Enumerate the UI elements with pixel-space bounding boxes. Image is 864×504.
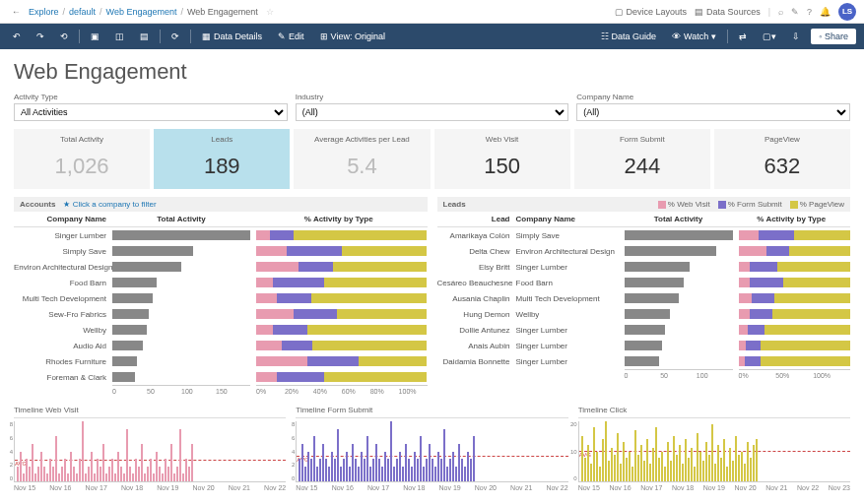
filter-company[interactable]: (All) [576, 103, 850, 121]
layers-icon[interactable]: ▤ [135, 29, 154, 44]
breadcrumb-web-engagement[interactable]: Web Engagement [106, 7, 177, 17]
pause-icon[interactable]: ◫ [110, 29, 129, 44]
table-row[interactable]: Environ Architectural Design [14, 259, 428, 275]
data-guide-button[interactable]: ☷ Data Guide [596, 29, 662, 44]
back-icon[interactable]: ← [8, 5, 25, 19]
view-original-button[interactable]: ⊞ View: Original [315, 29, 390, 44]
toolbar: ↶ ↷ ⟲ ▣ ◫ ▤ ⟳ ▦ Data Details ✎ Edit ⊞ Vi… [0, 24, 864, 49]
breadcrumb-default[interactable]: default [69, 7, 96, 17]
kpi-leads[interactable]: Leads189 [154, 129, 290, 189]
filter-activity-type-label: Activity Type [14, 93, 288, 101]
leads-section: Leads % Web Visit % Form Submit % PageVi… [437, 197, 851, 395]
save-icon[interactable]: ▣ [86, 29, 104, 44]
table-row[interactable]: Elsy BrittSinger Lumber [437, 259, 851, 275]
breadcrumb-current: Web Engagement [187, 7, 258, 17]
help-icon[interactable]: ? [807, 7, 812, 17]
kpi-average-activities-per-lead[interactable]: Average Activities per Lead5.4 [294, 129, 430, 189]
filter-industry[interactable]: (All) [296, 103, 569, 121]
accounts-title: Accounts [20, 200, 55, 209]
search-icon[interactable]: ⌕ [778, 7, 783, 17]
table-row[interactable]: Hung DemonWellby [437, 306, 851, 322]
accounts-hint[interactable]: ★ Click a company to filter [63, 200, 156, 209]
table-row[interactable]: Singer Lumber [14, 227, 428, 243]
timeline-click: Timeline Click 20100AVG Nov 15Nov 16Nov … [578, 403, 850, 491]
kpi-pageview[interactable]: PageView632 [714, 129, 850, 189]
table-row[interactable]: Multi Tech Development [14, 290, 428, 306]
present-icon[interactable]: ▢▾ [758, 29, 781, 44]
watch-button[interactable]: 👁 Watch ▾ [667, 29, 721, 44]
kpi-total-activity[interactable]: Total Activity1,026 [14, 129, 150, 189]
filter-company-label: Company Name [576, 93, 850, 101]
table-row[interactable]: Audio Aid [14, 338, 428, 353]
top-bar: ← Explore/ default/ Web Engagement/ Web … [0, 0, 864, 24]
table-row[interactable]: Ausania ChaplinMulti Tech Development [437, 290, 851, 306]
legend: % Web Visit % Form Submit % PageView [658, 200, 844, 209]
data-details-button[interactable]: ▦ Data Details [197, 29, 267, 44]
revert-icon[interactable]: ⟲ [55, 29, 73, 44]
table-row[interactable]: Daidamia BonnetteSinger Lumber [437, 353, 851, 369]
edit-icon[interactable]: ✎ [791, 7, 799, 17]
timeline-web-visit: Timeline Web Visit 86420AVG Nov 15Nov 16… [14, 403, 286, 491]
data-sources-button[interactable]: ▤ Data Sources [695, 7, 761, 17]
table-row[interactable]: Sew-Fro Fabrics [14, 306, 428, 322]
table-row[interactable]: Wellby [14, 322, 428, 338]
table-row[interactable]: Delta ChewEnviron Architectural Design [437, 243, 851, 259]
accounts-section: Accounts ★ Click a company to filter Com… [14, 197, 428, 395]
table-row[interactable]: Simply Save [14, 243, 428, 259]
bell-icon[interactable]: 🔔 [820, 7, 831, 17]
table-row[interactable]: Dollie AntunezSinger Lumber [437, 322, 851, 338]
table-row[interactable]: Rhodes Furniture [14, 353, 428, 369]
edit-button[interactable]: ✎ Edit [273, 29, 309, 44]
timeline-form-submit: Timeline Form Submit 86420AVG Nov 15Nov … [296, 403, 567, 491]
refresh-icon[interactable]: ⟳ [166, 29, 184, 44]
table-row[interactable]: Amarikaya ColónSimply Save [437, 227, 851, 243]
table-row[interactable]: Cesáreo BeauchesneFood Barn [437, 275, 851, 290]
page-title: Web Engagement [14, 59, 850, 85]
table-row[interactable]: Foreman & Clark [14, 369, 428, 385]
leads-title: Leads [443, 200, 466, 209]
undo-icon[interactable]: ↶ [8, 29, 26, 44]
filter-industry-label: Industry [296, 93, 569, 101]
star-icon[interactable]: ☆ [266, 7, 274, 17]
kpi-form-submit[interactable]: Form Submit244 [574, 129, 710, 189]
device-layouts-button[interactable]: ▢ Device Layouts [615, 7, 688, 17]
redo-icon[interactable]: ↷ [32, 29, 49, 44]
kpi-web-visit[interactable]: Web Visit150 [434, 129, 570, 189]
download-icon[interactable]: ⇩ [787, 29, 805, 44]
filter-activity-type[interactable]: All Activities [14, 103, 288, 121]
table-row[interactable]: Food Barn [14, 275, 428, 290]
kpi-row: Total Activity1,026Leads189Average Activ… [14, 129, 850, 189]
breadcrumb: Explore/ default/ Web Engagement/ Web En… [29, 7, 274, 17]
table-row[interactable]: Anais AubinSinger Lumber [437, 338, 851, 353]
avatar[interactable]: LS [838, 3, 856, 21]
metrics-icon[interactable]: ⇄ [734, 29, 752, 44]
share-button[interactable]: ◦ Share [811, 29, 856, 44]
breadcrumb-explore[interactable]: Explore [29, 7, 59, 17]
